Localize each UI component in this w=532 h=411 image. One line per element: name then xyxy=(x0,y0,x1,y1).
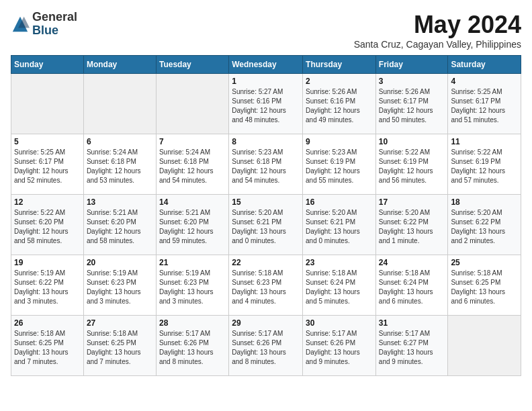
calendar-cell: 26Sunrise: 5:18 AMSunset: 6:25 PMDayligh… xyxy=(11,316,84,376)
calendar-cell: 18Sunrise: 5:20 AMSunset: 6:22 PMDayligh… xyxy=(448,195,521,255)
calendar-cell: 31Sunrise: 5:17 AMSunset: 6:27 PMDayligh… xyxy=(375,316,448,376)
day-number: 11 xyxy=(451,137,518,146)
calendar-cell: 1Sunrise: 5:27 AMSunset: 6:16 PMDaylight… xyxy=(229,74,303,134)
calendar-header: Sunday Monday Tuesday Wednesday Thursday… xyxy=(11,56,521,74)
day-info: Sunrise: 5:19 AMSunset: 6:23 PMDaylight:… xyxy=(87,269,153,306)
logo-blue: Blue xyxy=(32,24,77,38)
day-number: 19 xyxy=(14,258,81,267)
calendar-cell: 7Sunrise: 5:24 AMSunset: 6:18 PMDaylight… xyxy=(156,134,228,195)
day-number: 28 xyxy=(159,318,226,328)
day-info: Sunrise: 5:26 AMSunset: 6:16 PMDaylight:… xyxy=(306,87,373,125)
calendar-cell: 17Sunrise: 5:20 AMSunset: 6:22 PMDayligh… xyxy=(375,195,448,255)
calendar-cell: 19Sunrise: 5:19 AMSunset: 6:22 PMDayligh… xyxy=(11,255,84,316)
day-number: 3 xyxy=(379,77,445,86)
day-number: 2 xyxy=(306,77,373,86)
day-info: Sunrise: 5:18 AMSunset: 6:25 PMDaylight:… xyxy=(451,269,518,306)
day-number: 21 xyxy=(159,258,226,267)
header-saturday: Saturday xyxy=(448,56,521,74)
day-info: Sunrise: 5:24 AMSunset: 6:18 PMDaylight:… xyxy=(159,148,226,185)
calendar-cell: 8Sunrise: 5:23 AMSunset: 6:18 PMDaylight… xyxy=(229,134,303,195)
calendar-cell: 22Sunrise: 5:18 AMSunset: 6:23 PMDayligh… xyxy=(229,255,303,316)
day-number: 12 xyxy=(14,197,81,207)
day-info: Sunrise: 5:22 AMSunset: 6:19 PMDaylight:… xyxy=(451,148,518,185)
day-number: 4 xyxy=(451,77,518,86)
day-number: 16 xyxy=(306,197,373,207)
day-number: 22 xyxy=(232,258,300,267)
calendar-cell: 2Sunrise: 5:26 AMSunset: 6:16 PMDaylight… xyxy=(303,74,376,134)
day-info: Sunrise: 5:22 AMSunset: 6:19 PMDaylight:… xyxy=(379,148,445,185)
day-number: 9 xyxy=(306,137,373,146)
header-thursday: Thursday xyxy=(303,56,376,74)
days-of-week-row: Sunday Monday Tuesday Wednesday Thursday… xyxy=(11,56,521,74)
day-info: Sunrise: 5:17 AMSunset: 6:26 PMDaylight:… xyxy=(159,329,226,367)
calendar-cell xyxy=(448,316,521,376)
day-number: 17 xyxy=(379,197,445,207)
calendar-body: 1Sunrise: 5:27 AMSunset: 6:16 PMDaylight… xyxy=(11,74,521,376)
day-info: Sunrise: 5:17 AMSunset: 6:26 PMDaylight:… xyxy=(232,329,300,367)
day-number: 8 xyxy=(232,137,300,146)
calendar-cell: 4Sunrise: 5:25 AMSunset: 6:17 PMDaylight… xyxy=(448,74,521,134)
calendar-cell: 11Sunrise: 5:22 AMSunset: 6:19 PMDayligh… xyxy=(448,134,521,195)
calendar-table: Sunday Monday Tuesday Wednesday Thursday… xyxy=(11,55,521,376)
calendar-cell: 5Sunrise: 5:25 AMSunset: 6:17 PMDaylight… xyxy=(11,134,84,195)
day-info: Sunrise: 5:25 AMSunset: 6:17 PMDaylight:… xyxy=(14,148,81,185)
calendar-week-1: 1Sunrise: 5:27 AMSunset: 6:16 PMDaylight… xyxy=(11,74,521,134)
day-info: Sunrise: 5:20 AMSunset: 6:22 PMDaylight:… xyxy=(379,208,445,246)
location-subtitle: Santa Cruz, Cagayan Valley, Philippines xyxy=(354,39,521,50)
logo: General Blue xyxy=(11,11,77,38)
day-info: Sunrise: 5:24 AMSunset: 6:18 PMDaylight:… xyxy=(87,148,153,185)
calendar-cell: 25Sunrise: 5:18 AMSunset: 6:25 PMDayligh… xyxy=(448,255,521,316)
day-number: 15 xyxy=(232,197,300,207)
calendar-cell: 3Sunrise: 5:26 AMSunset: 6:17 PMDaylight… xyxy=(375,74,448,134)
calendar-cell: 27Sunrise: 5:18 AMSunset: 6:25 PMDayligh… xyxy=(83,316,156,376)
calendar-cell: 14Sunrise: 5:21 AMSunset: 6:20 PMDayligh… xyxy=(156,195,228,255)
calendar-cell: 12Sunrise: 5:22 AMSunset: 6:20 PMDayligh… xyxy=(11,195,84,255)
day-number: 26 xyxy=(14,318,81,328)
calendar-cell: 20Sunrise: 5:19 AMSunset: 6:23 PMDayligh… xyxy=(83,255,156,316)
day-info: Sunrise: 5:23 AMSunset: 6:18 PMDaylight:… xyxy=(232,148,300,185)
calendar-cell: 28Sunrise: 5:17 AMSunset: 6:26 PMDayligh… xyxy=(156,316,228,376)
logo-general: General xyxy=(32,11,77,24)
day-info: Sunrise: 5:21 AMSunset: 6:20 PMDaylight:… xyxy=(159,208,226,246)
day-number: 25 xyxy=(451,258,518,267)
day-number: 23 xyxy=(306,258,373,267)
day-info: Sunrise: 5:27 AMSunset: 6:16 PMDaylight:… xyxy=(232,87,300,125)
day-info: Sunrise: 5:20 AMSunset: 6:21 PMDaylight:… xyxy=(232,208,300,246)
title-block: May 2024 Santa Cruz, Cagayan Valley, Phi… xyxy=(354,11,521,50)
header-wednesday: Wednesday xyxy=(229,56,303,74)
calendar-cell: 13Sunrise: 5:21 AMSunset: 6:20 PMDayligh… xyxy=(83,195,156,255)
day-info: Sunrise: 5:22 AMSunset: 6:20 PMDaylight:… xyxy=(14,208,81,246)
calendar-week-3: 12Sunrise: 5:22 AMSunset: 6:20 PMDayligh… xyxy=(11,195,521,255)
header-tuesday: Tuesday xyxy=(156,56,228,74)
calendar-cell: 16Sunrise: 5:20 AMSunset: 6:21 PMDayligh… xyxy=(303,195,376,255)
header-monday: Monday xyxy=(83,56,156,74)
day-info: Sunrise: 5:18 AMSunset: 6:24 PMDaylight:… xyxy=(379,269,445,306)
calendar-cell: 6Sunrise: 5:24 AMSunset: 6:18 PMDaylight… xyxy=(83,134,156,195)
calendar-cell: 24Sunrise: 5:18 AMSunset: 6:24 PMDayligh… xyxy=(375,255,448,316)
day-info: Sunrise: 5:20 AMSunset: 6:21 PMDaylight:… xyxy=(306,208,373,246)
calendar-cell: 21Sunrise: 5:19 AMSunset: 6:23 PMDayligh… xyxy=(156,255,228,316)
day-number: 14 xyxy=(159,197,226,207)
calendar-cell: 10Sunrise: 5:22 AMSunset: 6:19 PMDayligh… xyxy=(375,134,448,195)
day-number: 31 xyxy=(379,318,445,328)
day-info: Sunrise: 5:18 AMSunset: 6:23 PMDaylight:… xyxy=(232,269,300,306)
day-info: Sunrise: 5:23 AMSunset: 6:19 PMDaylight:… xyxy=(306,148,373,185)
calendar-cell: 9Sunrise: 5:23 AMSunset: 6:19 PMDaylight… xyxy=(303,134,376,195)
month-title: May 2024 xyxy=(354,11,521,39)
day-number: 18 xyxy=(451,197,518,207)
logo-text: General Blue xyxy=(32,11,77,38)
day-number: 30 xyxy=(306,318,373,328)
day-info: Sunrise: 5:26 AMSunset: 6:17 PMDaylight:… xyxy=(379,87,445,125)
calendar-week-5: 26Sunrise: 5:18 AMSunset: 6:25 PMDayligh… xyxy=(11,316,521,376)
day-number: 7 xyxy=(159,137,226,146)
calendar-cell xyxy=(11,74,84,134)
calendar-cell xyxy=(83,74,156,134)
day-info: Sunrise: 5:18 AMSunset: 6:24 PMDaylight:… xyxy=(306,269,373,306)
day-number: 1 xyxy=(232,77,300,86)
day-number: 6 xyxy=(87,137,153,146)
day-number: 29 xyxy=(232,318,300,328)
day-info: Sunrise: 5:18 AMSunset: 6:25 PMDaylight:… xyxy=(87,329,153,367)
calendar-cell xyxy=(156,74,228,134)
day-number: 10 xyxy=(379,137,445,146)
calendar-cell: 30Sunrise: 5:17 AMSunset: 6:26 PMDayligh… xyxy=(303,316,376,376)
